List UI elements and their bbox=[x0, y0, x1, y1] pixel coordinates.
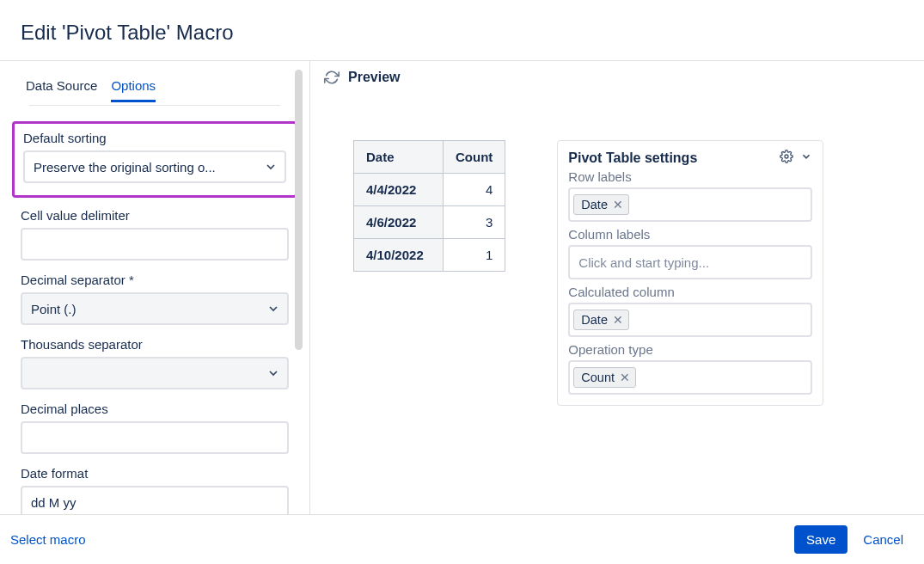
save-button[interactable]: Save bbox=[794, 525, 848, 554]
table-row: 4/4/2022 4 bbox=[354, 174, 505, 206]
tab-options[interactable]: Options bbox=[111, 73, 156, 102]
close-icon[interactable]: ✕ bbox=[613, 314, 623, 326]
column-labels-input[interactable]: Click and start typing... bbox=[568, 245, 812, 279]
column-labels-placeholder: Click and start typing... bbox=[573, 252, 714, 273]
cancel-button[interactable]: Cancel bbox=[863, 532, 903, 547]
chevron-down-icon[interactable] bbox=[800, 150, 812, 165]
cell-delimiter-input[interactable] bbox=[21, 228, 289, 261]
table-cell-date: 4/6/2022 bbox=[354, 206, 444, 239]
calculated-column-tag: Date ✕ bbox=[573, 310, 629, 330]
table-cell-date: 4/4/2022 bbox=[354, 174, 444, 206]
thousands-separator-select[interactable] bbox=[21, 357, 289, 389]
table-header-date: Date bbox=[354, 141, 444, 174]
row-labels-tag: Date ✕ bbox=[573, 194, 629, 215]
preview-header: Preview bbox=[310, 61, 924, 95]
decimal-places-input[interactable] bbox=[21, 421, 289, 454]
gear-icon[interactable] bbox=[780, 150, 793, 166]
cell-delimiter-label: Cell value delimiter bbox=[21, 208, 289, 223]
column-labels-label: Column labels bbox=[568, 227, 812, 242]
settings-title: Pivot Table settings bbox=[568, 150, 697, 166]
table-row: 4/10/2022 1 bbox=[354, 239, 505, 272]
decimal-separator-select[interactable]: Point (.) bbox=[21, 292, 289, 325]
tabs: Data Source Options bbox=[21, 73, 289, 102]
decimal-separator-group: Decimal separator * Point (.) bbox=[21, 273, 289, 325]
svg-point-0 bbox=[785, 155, 788, 158]
close-icon[interactable]: ✕ bbox=[620, 371, 630, 383]
pivot-settings-card: Pivot Table settings Row labels Date bbox=[557, 140, 823, 406]
table-cell-count: 1 bbox=[444, 239, 505, 272]
page-title: Edit 'Pivot Table' Macro bbox=[21, 21, 903, 45]
cell-delimiter-group: Cell value delimiter bbox=[21, 208, 289, 261]
close-icon[interactable]: ✕ bbox=[613, 199, 623, 211]
operation-type-tag: Count ✕ bbox=[573, 367, 636, 388]
tabs-underline bbox=[29, 105, 280, 106]
tab-data-source[interactable]: Data Source bbox=[26, 73, 97, 102]
preview-content: Date Count 4/4/2022 4 4/6/2022 3 4/10/20… bbox=[310, 95, 924, 406]
dialog-body: Data Source Options Default sorting Pres… bbox=[0, 61, 924, 517]
right-panel: Preview Date Count 4/4/2022 4 4/6/2022 bbox=[309, 61, 924, 517]
calculated-column-input[interactable]: Date ✕ bbox=[568, 303, 812, 337]
operation-type-input[interactable]: Count ✕ bbox=[568, 360, 812, 395]
calculated-column-label: Calculated column bbox=[568, 285, 812, 299]
decimal-places-group: Decimal places bbox=[21, 402, 289, 454]
default-sorting-label: Default sorting bbox=[23, 131, 286, 145]
settings-header: Pivot Table settings bbox=[568, 150, 812, 166]
dialog-header: Edit 'Pivot Table' Macro bbox=[0, 0, 924, 61]
default-sorting-highlight: Default sorting Preserve the original so… bbox=[12, 121, 297, 198]
default-sorting-value: Preserve the original sorting o... bbox=[34, 160, 216, 175]
decimal-places-label: Decimal places bbox=[21, 402, 289, 416]
thousands-separator-label: Thousands separator bbox=[21, 337, 289, 352]
select-macro-link[interactable]: Select macro bbox=[10, 532, 86, 547]
row-labels-label: Row labels bbox=[568, 169, 812, 184]
pivot-table: Date Count 4/4/2022 4 4/6/2022 3 4/10/20… bbox=[353, 140, 505, 272]
decimal-separator-value: Point (.) bbox=[31, 302, 76, 316]
table-header-count: Count bbox=[444, 141, 505, 174]
left-panel: Data Source Options Default sorting Pres… bbox=[0, 61, 309, 517]
tag-label: Count bbox=[581, 371, 615, 384]
table-row: 4/6/2022 3 bbox=[354, 206, 505, 239]
date-format-label: Date format bbox=[21, 466, 289, 481]
dialog-footer: Select macro Save Cancel bbox=[0, 514, 924, 564]
table-cell-count: 3 bbox=[444, 206, 505, 239]
row-labels-input[interactable]: Date ✕ bbox=[568, 187, 812, 222]
table-cell-date: 4/10/2022 bbox=[354, 239, 444, 272]
decimal-separator-label: Decimal separator * bbox=[21, 273, 289, 287]
thousands-separator-group: Thousands separator bbox=[21, 337, 289, 389]
tag-label: Date bbox=[581, 198, 608, 212]
preview-title: Preview bbox=[348, 70, 400, 85]
footer-buttons: Save Cancel bbox=[794, 525, 903, 554]
refresh-icon[interactable] bbox=[324, 70, 340, 85]
tag-label: Date bbox=[581, 313, 608, 327]
operation-type-label: Operation type bbox=[568, 342, 812, 357]
scrollbar[interactable] bbox=[295, 70, 303, 350]
default-sorting-select[interactable]: Preserve the original sorting o... bbox=[23, 150, 286, 183]
table-cell-count: 4 bbox=[444, 174, 505, 206]
date-format-group: Date format bbox=[21, 466, 289, 518]
